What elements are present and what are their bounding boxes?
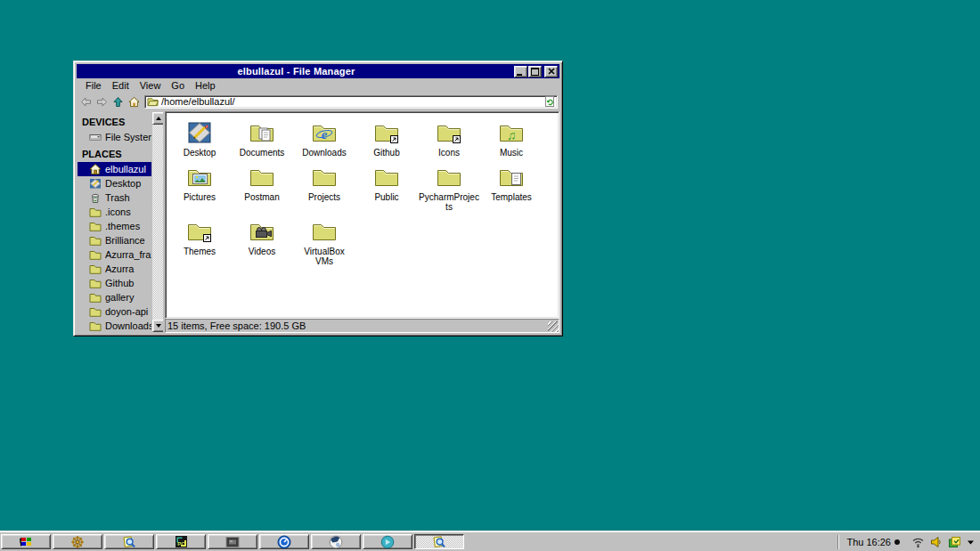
- arrow-up-icon: [156, 117, 161, 120]
- file-item-label: Github: [373, 148, 399, 158]
- clock-indicator-dot: [894, 539, 900, 545]
- taskbar-button-blue-clock[interactable]: [259, 534, 309, 549]
- sidebar-item-label: Trash: [105, 192, 130, 203]
- file-item-public[interactable]: Public: [355, 161, 418, 215]
- volume-icon[interactable]: [930, 536, 943, 548]
- titlebar[interactable]: elbullazul - File Manager: [77, 64, 559, 78]
- file-item-pictures[interactable]: Pictures: [168, 161, 231, 215]
- sidebar-item-file-system[interactable]: File System: [78, 130, 151, 144]
- close-icon: [548, 68, 555, 75]
- file-item-projects[interactable]: Projects: [293, 161, 355, 215]
- file-item-themes[interactable]: Themes: [168, 215, 231, 270]
- forward-button[interactable]: [94, 95, 110, 109]
- sidebar-devices-header: DEVICES: [78, 112, 151, 130]
- taskbar-button-wheel[interactable]: [53, 534, 102, 549]
- minimize-button[interactable]: [514, 66, 527, 77]
- file-item-label: PycharmProjects: [419, 192, 479, 212]
- statusbar: 15 items, Free space: 190.5 GB: [165, 319, 559, 333]
- folder-symlink-icon: [185, 217, 214, 246]
- file-item-desktop[interactable]: Desktop: [168, 117, 231, 161]
- path-input[interactable]: /home/elbullazul/: [161, 96, 542, 108]
- menu-go[interactable]: Go: [166, 80, 190, 92]
- drive-icon: [89, 131, 102, 143]
- folder-plain-icon: [248, 163, 276, 191]
- file-item-icons[interactable]: Icons: [418, 117, 480, 161]
- taskbar-button-teal-app[interactable]: [363, 534, 412, 549]
- folder-templates-icon: [497, 163, 526, 191]
- scroll-down-button[interactable]: [152, 320, 163, 332]
- taskbar-button-terminal[interactable]: [208, 534, 257, 549]
- sidebar-item-doyon-api[interactable]: doyon-api: [78, 304, 151, 319]
- sidebar-item-gallery[interactable]: gallery: [78, 290, 151, 304]
- file-item-postman[interactable]: Postman: [231, 161, 293, 215]
- sidebar-item-label: Azurra: [105, 263, 134, 274]
- sidebar-item-label: .icons: [105, 207, 131, 217]
- file-item-label: Downloads: [302, 148, 346, 158]
- blue-clock-icon: [277, 535, 291, 549]
- file-item-virtualbox-vms[interactable]: VirtualBox VMs: [293, 215, 355, 270]
- path-field[interactable]: /home/elbullazul/: [144, 95, 558, 109]
- back-button[interactable]: [78, 95, 94, 109]
- refresh-icon[interactable]: [544, 96, 555, 107]
- file-item-music[interactable]: ♫Music: [480, 117, 543, 161]
- file-item-videos[interactable]: Videos: [231, 215, 293, 270]
- folder-open-icon: [147, 96, 159, 107]
- sidebar-item-brilliance[interactable]: Brilliance: [78, 233, 151, 247]
- sidebar-scrollbar[interactable]: [152, 112, 163, 332]
- menu-view[interactable]: View: [135, 80, 167, 92]
- folder-documents-icon: [248, 118, 276, 147]
- tray-icons: [911, 536, 975, 548]
- file-item-pycharmprojects[interactable]: PycharmProjects: [418, 161, 480, 215]
- start-flag-icon: [19, 535, 33, 548]
- sidebar-item-desktop[interactable]: Desktop: [78, 176, 151, 190]
- menubar: FileEditViewGoHelp: [77, 78, 559, 93]
- clock-text: Thu 16:26: [846, 537, 891, 547]
- taskbar-button-start-flag[interactable]: [1, 534, 51, 549]
- menu-file[interactable]: File: [80, 80, 107, 92]
- sidebar-item-azurra[interactable]: Azurra: [78, 262, 151, 276]
- taskbar-button-file-search[interactable]: [104, 534, 154, 549]
- sidebar-item-label: Downloads: [105, 320, 151, 331]
- sidebar-item-github[interactable]: Github: [78, 276, 151, 290]
- updates-icon[interactable]: [948, 536, 961, 548]
- scroll-up-button[interactable]: [152, 112, 163, 125]
- folder-browser-icon: e: [310, 118, 339, 147]
- clock[interactable]: Thu 16:26: [846, 537, 900, 547]
- svg-text:♫: ♫: [507, 128, 517, 142]
- sidebar-item-elbullazul[interactable]: elbullazul: [78, 162, 151, 176]
- terminal-icon: [225, 536, 240, 548]
- file-item-label: Icons: [438, 148, 460, 158]
- sidebar-item-label: Brilliance: [105, 235, 145, 246]
- maximize-button[interactable]: [528, 66, 542, 77]
- sidebar-item--themes[interactable]: .themes: [78, 219, 151, 233]
- file-item-github[interactable]: Github: [355, 117, 418, 161]
- taskbar-button-file-manager[interactable]: [414, 534, 464, 549]
- system-tray: Thu 16:26: [832, 532, 980, 551]
- minimize-icon: [517, 68, 525, 76]
- file-item-documents[interactable]: Documents: [231, 117, 293, 161]
- up-button[interactable]: [110, 95, 126, 109]
- file-view[interactable]: Desktop Documents eDownloads Github Icon…: [165, 111, 559, 319]
- home-button[interactable]: [127, 95, 142, 109]
- taskbar-button-globe[interactable]: [311, 534, 361, 549]
- desktop-big-icon: [185, 118, 214, 147]
- folder-icon: [89, 305, 102, 318]
- close-button[interactable]: [544, 66, 558, 77]
- caret-down-icon[interactable]: [967, 539, 975, 546]
- sidebar-item--icons[interactable]: .icons: [78, 205, 151, 219]
- folder-icon: [89, 320, 102, 332]
- wifi-icon[interactable]: [911, 536, 925, 548]
- menu-help[interactable]: Help: [190, 80, 221, 92]
- svg-text:PC: PC: [177, 541, 185, 547]
- taskbar-button-pycharm[interactable]: PC: [156, 534, 206, 549]
- menu-edit[interactable]: Edit: [107, 80, 135, 92]
- sidebar-item-downloads[interactable]: Downloads: [78, 319, 151, 332]
- maximize-icon: [531, 68, 539, 76]
- wheel-icon: [70, 535, 85, 549]
- sidebar-item-azurra-fra-[interactable]: Azurra_fra...: [78, 247, 151, 262]
- sidebar-item-trash[interactable]: Trash: [78, 190, 151, 205]
- globe-icon: [329, 535, 343, 549]
- file-item-templates[interactable]: Templates: [480, 161, 543, 215]
- resize-grip[interactable]: [548, 321, 559, 332]
- file-item-downloads[interactable]: eDownloads: [293, 117, 355, 161]
